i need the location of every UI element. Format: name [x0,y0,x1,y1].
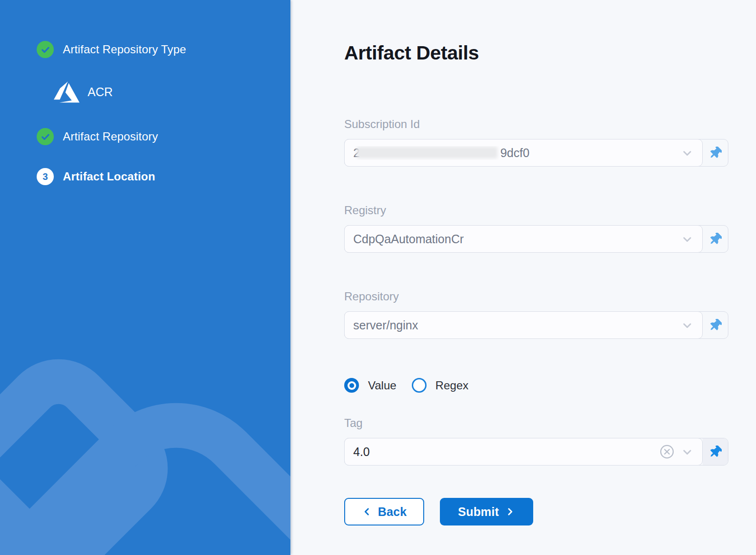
repository-value: server/nginx [353,318,675,332]
pin-button[interactable] [703,226,728,252]
radio-label: Regex [436,379,468,392]
radio-unselected-icon [412,378,427,393]
repository-select[interactable]: server/nginx [344,311,703,339]
clear-icon[interactable] [659,444,675,460]
tag-group: Tag 4.0 [344,416,728,466]
artifact-details-form: Subscription Id 2 9dcf0 [344,118,728,525]
chevron-down-icon [681,147,694,159]
pin-button-active[interactable] [703,438,728,465]
redacted-blur-bar [357,147,497,159]
chevron-down-icon [681,446,694,458]
selected-repo-type-acr: ACR [54,81,290,103]
registry-select[interactable]: CdpQaAutomationCr [344,225,703,253]
registry-field: CdpQaAutomationCr [344,225,728,253]
tag-input[interactable]: 4.0 [344,438,703,466]
repository-group: Repository server/nginx [344,290,728,339]
step-number-badge: 3 [37,168,54,185]
registry-label: Registry [344,204,728,217]
step-label: Artifact Repository Type [63,43,186,56]
repo-type-label: ACR [88,85,113,99]
chevron-down-icon [681,233,694,246]
submit-button[interactable]: Submit [440,498,533,525]
match-mode-radio-group: Value Regex [344,378,728,393]
tag-label: Tag [344,416,728,430]
artifact-details-panel: Artifact Details Subscription Id 2 9dcf0 [290,0,756,555]
wizard-actions: Back Submit [344,498,728,525]
chevron-right-icon [505,506,515,517]
repository-field: server/nginx [344,311,728,339]
subscription-id-field: 2 9dcf0 [344,139,728,167]
step-complete-check-icon [37,128,54,145]
radio-selected-icon [344,378,359,393]
registry-group: Registry CdpQaAutomationCr [344,204,728,253]
step-label: Artifact Repository [63,130,158,143]
pin-button[interactable] [703,139,728,166]
back-button[interactable]: Back [344,498,424,525]
step-label: Artifact Location [63,170,155,183]
artifact-wizard: Artifact Repository Type ACR Artifact Re… [0,0,756,555]
repository-label: Repository [344,290,728,303]
subscription-id-select[interactable]: 2 9dcf0 [344,139,703,167]
page-title: Artifact Details [344,42,728,64]
subscription-id-label: Subscription Id [344,118,728,131]
wizard-steps-sidebar: Artifact Repository Type ACR Artifact Re… [0,0,290,555]
azure-logo-icon [54,81,80,103]
radio-option-value[interactable]: Value [344,378,397,393]
subscription-id-group: Subscription Id 2 9dcf0 [344,118,728,167]
step-artifact-repository-type[interactable]: Artifact Repository Type [37,41,290,58]
radio-label: Value [368,379,397,392]
subscription-id-value: 2 9dcf0 [353,146,675,160]
chevron-left-icon [362,506,372,517]
registry-value: CdpQaAutomationCr [353,232,675,246]
step-artifact-location: 3 Artifact Location [37,168,290,185]
chevron-down-icon [681,319,694,332]
tag-field: 4.0 [344,438,728,466]
tag-value: 4.0 [353,445,653,459]
step-artifact-repository[interactable]: Artifact Repository [37,128,290,145]
step-complete-check-icon [37,41,54,58]
radio-option-regex[interactable]: Regex [412,378,468,393]
pin-button[interactable] [703,312,728,338]
